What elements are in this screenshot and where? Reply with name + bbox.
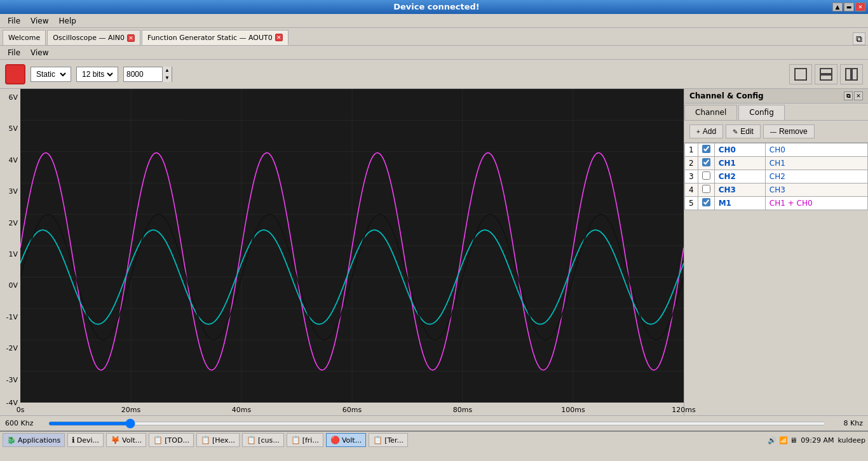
panel-close-button[interactable]: ✕	[854, 91, 863, 100]
tab-welcome[interactable]: Welcome	[3, 30, 46, 45]
svg-rect-0	[795, 69, 806, 80]
add-icon: +	[696, 128, 700, 135]
channel-checkbox-cell	[698, 184, 714, 197]
y-axis-labels: 6V 5V 4V 3V 2V 1V 0V -1V -2V -3V -4V	[0, 89, 20, 403]
window-controls[interactable]: ▲ ▬ ✕	[832, 3, 865, 11]
mode-select[interactable]: Static Run Single	[34, 69, 68, 79]
freq-start-label: 600 Khz	[5, 419, 43, 427]
taskbar-right: 🔊 📶 🖥 09:29 AM kuldeep	[768, 436, 865, 444]
channel-id: CH0	[714, 144, 765, 157]
status-bar: 600 Khz 8 Khz	[0, 415, 868, 431]
tab-welcome-label: Welcome	[8, 34, 40, 42]
inner-menu-file[interactable]: File	[3, 47, 25, 58]
taskbar-volt2[interactable]: 🔴 Volt...	[326, 433, 366, 447]
sample-input-wrap: ▲ ▼	[123, 67, 172, 82]
y-label-6v: 6V	[8, 93, 18, 102]
channel-checkbox[interactable]	[702, 185, 710, 193]
table-row: 2CH1CH1	[685, 157, 868, 170]
bits-select[interactable]: 12 bits 10 bits 8 bits	[79, 69, 115, 79]
edit-channel-button[interactable]: ✎ Edit	[726, 124, 761, 138]
channel-checkbox[interactable]	[702, 158, 710, 166]
y-label-2v: 2V	[8, 218, 18, 227]
y-label-4v: 4V	[8, 156, 18, 164]
fri-label: [fri...	[302, 436, 319, 444]
outer-menu-view[interactable]: View	[25, 15, 53, 27]
x-label-80: 80ms	[453, 406, 472, 414]
taskbar-cus[interactable]: 📋 [cus...	[242, 433, 284, 447]
y-label-1v: 1V	[8, 250, 18, 258]
taskbar: 🐉 Applications ℹ Devi... 🦊 Volt... 📋 [TO…	[0, 431, 868, 448]
new-window-button[interactable]: ⧉	[853, 32, 865, 45]
taskbar-applications[interactable]: 🐉 Applications	[3, 433, 65, 447]
tab-function-gen-close[interactable]: ✕	[275, 34, 283, 41]
maximize-button[interactable]: ▬	[844, 3, 854, 11]
close-button[interactable]: ✕	[855, 3, 865, 11]
sample-increment[interactable]: ▲	[163, 67, 172, 74]
hex-icon: 📋	[201, 436, 210, 444]
sample-input[interactable]	[124, 70, 162, 79]
channel-name: CH0	[765, 144, 867, 157]
channel-num: 2	[685, 157, 698, 170]
taskbar-devi[interactable]: ℹ Devi...	[67, 433, 104, 447]
tab-oscilloscope[interactable]: Oscilloscope — AIN0 ✕	[47, 30, 140, 45]
layout-split-h-button[interactable]	[815, 64, 837, 84]
record-button[interactable]	[5, 64, 25, 84]
channel-id: CH1	[714, 157, 765, 170]
y-label-5v: 5V	[8, 124, 18, 133]
mode-dropdown[interactable]: Static Run Single	[31, 67, 71, 82]
edit-label: Edit	[740, 127, 754, 136]
taskbar-fri[interactable]: 📋 [fri...	[287, 433, 323, 447]
layout-single-button[interactable]	[789, 64, 812, 84]
panel-tab-config[interactable]: Config	[738, 105, 785, 120]
taskbar-clock: 09:29 AM	[801, 436, 834, 444]
taskbar-volt1[interactable]: 🦊 Volt...	[106, 433, 146, 447]
table-row: 1CH0CH0	[685, 144, 868, 157]
channel-name: CH1 + CH0	[765, 197, 867, 210]
channel-name: CH3	[765, 184, 867, 197]
panel-title-text: Channel & Config	[689, 91, 764, 100]
channel-num: 5	[685, 197, 698, 210]
taskbar-tod[interactable]: 📋 [TOD...	[149, 433, 194, 447]
panel-tab-channel[interactable]: Channel	[684, 105, 737, 120]
table-row: 5M1CH1 + CH0	[685, 197, 868, 210]
right-panel: Channel & Config ⧉ ✕ Channel Config + Ad…	[684, 89, 868, 415]
channel-checkbox[interactable]	[702, 145, 710, 153]
volt2-icon: 🔴	[330, 436, 340, 444]
channel-checkbox[interactable]	[702, 171, 710, 180]
tab-oscilloscope-close[interactable]: ✕	[127, 34, 135, 42]
channel-checkbox[interactable]	[702, 198, 710, 206]
tab-oscilloscope-label: Oscilloscope — AIN0	[53, 34, 125, 42]
tab-function-gen[interactable]: Function Generator Static — AOUT0 ✕	[142, 30, 288, 45]
cus-icon: 📋	[247, 436, 256, 444]
y-label-n1v: -1V	[6, 312, 18, 321]
channel-num: 3	[685, 170, 698, 184]
inner-menu-view[interactable]: View	[25, 47, 53, 58]
table-row: 4CH3CH3	[685, 184, 868, 197]
tab-function-gen-label: Function Generator Static — AOUT0	[147, 34, 273, 42]
channel-id: M1	[714, 197, 765, 210]
outer-menu-file[interactable]: File	[3, 15, 25, 27]
channel-table-container: 1CH0CH02CH1CH13CH2CH24CH3CH35M1CH1 + CH0	[684, 143, 868, 415]
channel-id: CH2	[714, 170, 765, 184]
sample-decrement[interactable]: ▼	[163, 74, 172, 82]
bits-dropdown[interactable]: 12 bits 10 bits 8 bits	[76, 67, 118, 82]
layout-split-v-button[interactable]	[840, 64, 863, 84]
panel-title-buttons: ⧉ ✕	[844, 91, 863, 100]
channel-checkbox-cell	[698, 144, 714, 157]
taskbar-ter[interactable]: 📋 [Ter...	[369, 433, 408, 447]
remove-label: Remove	[779, 127, 808, 136]
taskbar-hex[interactable]: 📋 [Hex...	[196, 433, 240, 447]
outer-menu-help[interactable]: Help	[54, 15, 81, 27]
scope-wrapper: 6V 5V 4V 3V 2V 1V 0V -1V -2V -3V -4V 0s …	[0, 89, 684, 415]
panel-restore-button[interactable]: ⧉	[844, 91, 853, 100]
oscilloscope-canvas	[20, 89, 684, 403]
layout-controls	[789, 64, 863, 84]
minimize-button[interactable]: ▲	[832, 3, 843, 11]
remove-channel-button[interactable]: — Remove	[763, 124, 815, 138]
freq-slider[interactable]	[48, 422, 826, 425]
volt1-icon: 🦊	[111, 436, 120, 444]
title-bar: Device connected! ▲ ▬ ✕	[0, 0, 868, 14]
add-channel-button[interactable]: + Add	[689, 124, 723, 138]
panel-title: Channel & Config ⧉ ✕	[684, 89, 868, 104]
y-label-n2v: -2V	[6, 344, 18, 352]
